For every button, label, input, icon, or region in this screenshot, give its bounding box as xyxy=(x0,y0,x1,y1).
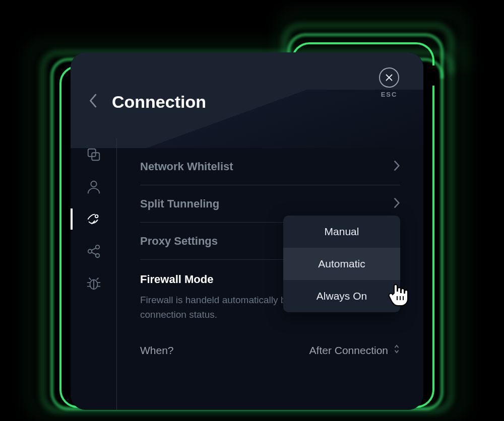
when-value-select[interactable]: After Connection xyxy=(309,344,400,357)
chevron-right-icon xyxy=(393,197,400,211)
sidebar-item-account[interactable] xyxy=(71,179,116,194)
dropdown-option-manual[interactable]: Manual xyxy=(283,216,400,248)
window-tab-bg xyxy=(292,52,423,90)
dropdown-option-always-on[interactable]: Always On xyxy=(283,280,400,312)
chevron-right-icon xyxy=(393,160,400,174)
dropdown-option-automatic[interactable]: Automatic xyxy=(283,248,400,280)
back-button[interactable] xyxy=(88,92,99,112)
user-icon xyxy=(86,179,101,194)
esc-label: ESC xyxy=(381,91,398,98)
row-network-whitelist[interactable]: Network Whitelist xyxy=(140,148,400,185)
firewall-mode-dropdown: Manual Automatic Always On xyxy=(283,216,400,312)
sidebar xyxy=(71,138,117,410)
sort-icon xyxy=(393,344,400,357)
firewall-when-row: When? After Connection xyxy=(140,344,400,357)
settings-window: ESC Connection xyxy=(71,52,423,410)
close-button[interactable] xyxy=(379,67,399,88)
row-label: Proxy Settings xyxy=(140,235,218,248)
row-label: Split Tunneling xyxy=(140,197,219,210)
close-icon xyxy=(385,73,394,82)
sidebar-item-share[interactable] xyxy=(71,244,116,259)
bug-icon xyxy=(86,276,101,291)
when-label: When? xyxy=(140,344,174,357)
when-value: After Connection xyxy=(309,344,388,357)
row-label: Network Whitelist xyxy=(140,160,233,173)
page-title: Connection xyxy=(112,92,206,112)
chevron-left-icon xyxy=(88,92,99,110)
svg-point-3 xyxy=(95,215,98,218)
sidebar-item-debug[interactable] xyxy=(71,276,116,291)
sidebar-item-general[interactable] xyxy=(71,147,116,162)
content-area: Network Whitelist Split Tunneling Proxy … xyxy=(117,138,423,410)
share-icon xyxy=(86,244,101,259)
sidebar-item-connection[interactable] xyxy=(71,212,116,227)
satellite-icon xyxy=(86,212,101,227)
svg-point-2 xyxy=(91,181,96,187)
copy-icon xyxy=(86,147,101,162)
